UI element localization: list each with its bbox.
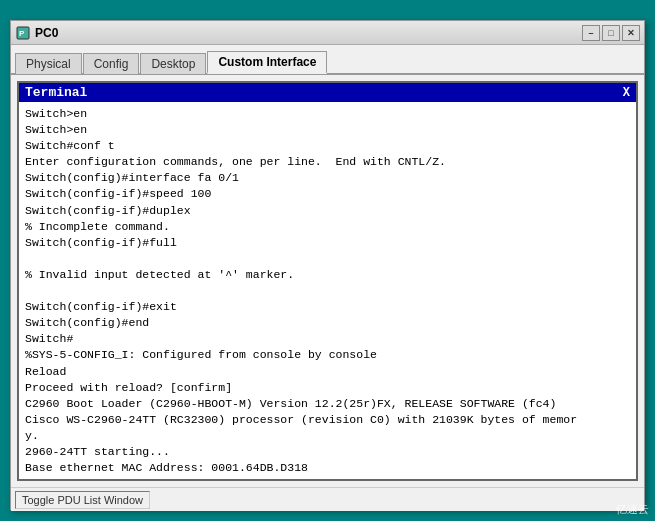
- tab-bar: Physical Config Desktop Custom Interface: [11, 45, 644, 75]
- svg-text:P: P: [19, 29, 25, 38]
- tab-custom-interface[interactable]: Custom Interface: [207, 51, 327, 74]
- terminal-title: Terminal: [25, 85, 87, 100]
- status-item-pdu[interactable]: Toggle PDU List Window: [15, 491, 150, 509]
- terminal-line: [25, 283, 630, 299]
- terminal-line: % Invalid input detected at '^' marker.: [25, 267, 630, 283]
- terminal-line: Switch>en: [25, 106, 630, 122]
- watermark: 亿速云: [616, 502, 649, 517]
- terminal-line: Switch(config)#end: [25, 315, 630, 331]
- terminal-wrapper: Terminal X Switch>enSwitch>enSwitch#conf…: [17, 81, 638, 481]
- status-bar: Toggle PDU List Window: [11, 487, 644, 511]
- terminal-line: Switch(config-if)#speed 100: [25, 186, 630, 202]
- close-button[interactable]: ✕: [622, 25, 640, 41]
- terminal-line: Xmodem file system is available.: [25, 476, 630, 479]
- terminal-line: %SYS-5-CONFIG_I: Configured from console…: [25, 347, 630, 363]
- terminal-line: Switch>en: [25, 122, 630, 138]
- terminal-header: Terminal X: [19, 83, 636, 102]
- maximize-button[interactable]: □: [602, 25, 620, 41]
- terminal-line: Switch#: [25, 331, 630, 347]
- window-controls: – □ ✕: [582, 25, 640, 41]
- content-area: Terminal X Switch>enSwitch>enSwitch#conf…: [11, 75, 644, 487]
- tab-desktop[interactable]: Desktop: [140, 53, 206, 74]
- terminal-line: Base ethernet MAC Address: 0001.64DB.D31…: [25, 460, 630, 476]
- terminal-line: Enter configuration commands, one per li…: [25, 154, 630, 170]
- tab-physical[interactable]: Physical: [15, 53, 82, 74]
- terminal-line: Reload: [25, 364, 630, 380]
- window-title: PC0: [35, 26, 582, 40]
- terminal-line: Switch(config-if)#duplex: [25, 203, 630, 219]
- tab-config[interactable]: Config: [83, 53, 140, 74]
- terminal-line: Switch(config-if)#exit: [25, 299, 630, 315]
- title-bar: P PC0 – □ ✕: [11, 21, 644, 45]
- terminal-line: % Incomplete command.: [25, 219, 630, 235]
- terminal-line: Switch(config-if)#full: [25, 235, 630, 251]
- terminal-line: Cisco WS-C2960-24TT (RC32300) processor …: [25, 412, 630, 428]
- main-window: P PC0 – □ ✕ Physical Config Desktop Cust…: [10, 20, 645, 510]
- window-icon: P: [15, 25, 31, 41]
- terminal-line: 2960-24TT starting...: [25, 444, 630, 460]
- terminal-line: C2960 Boot Loader (C2960-HBOOT-M) Versio…: [25, 396, 630, 412]
- terminal-line: y.: [25, 428, 630, 444]
- terminal-body[interactable]: Switch>enSwitch>enSwitch#conf tEnter con…: [19, 102, 636, 479]
- terminal-line: Switch(config)#interface fa 0/1: [25, 170, 630, 186]
- minimize-button[interactable]: –: [582, 25, 600, 41]
- terminal-close-button[interactable]: X: [623, 86, 630, 100]
- terminal-line: Switch#conf t: [25, 138, 630, 154]
- terminal-line: [25, 251, 630, 267]
- terminal-line: Proceed with reload? [confirm]: [25, 380, 630, 396]
